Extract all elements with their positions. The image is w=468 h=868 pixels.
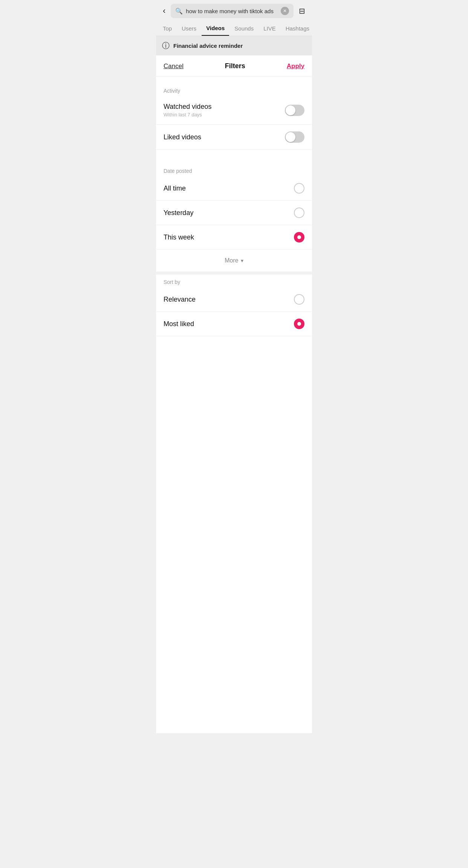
financial-advice-banner: ⓘ Financial advice reminder — [156, 36, 312, 55]
relevance-radio[interactable] — [294, 294, 304, 305]
info-icon: ⓘ — [162, 41, 170, 51]
all-time-radio[interactable] — [294, 183, 304, 194]
liked-videos-row: Liked videos — [156, 125, 312, 150]
tab-live[interactable]: LIVE — [259, 21, 280, 35]
tab-videos[interactable]: Videos — [202, 21, 229, 36]
most-liked-label: Most liked — [164, 320, 194, 328]
liked-videos-toggle[interactable] — [285, 131, 304, 143]
more-dates-row[interactable]: More ▾ — [156, 250, 312, 272]
tab-top[interactable]: Top — [158, 21, 176, 35]
tab-sounds[interactable]: Sounds — [230, 21, 258, 35]
chevron-down-icon: ▾ — [241, 258, 243, 264]
tab-hashtags[interactable]: Hashtags — [281, 21, 312, 35]
relevance-row[interactable]: Relevance — [156, 287, 312, 312]
activity-section-label: Activity — [156, 83, 312, 96]
more-label: More — [225, 257, 238, 264]
tab-users[interactable]: Users — [177, 21, 201, 35]
search-icon: 🔍 — [175, 8, 183, 15]
watched-videos-row: Watched videos Within last 7 days — [156, 96, 312, 125]
filter-title: Filters — [225, 62, 245, 70]
search-input-value[interactable]: how to make money with tiktok ads — [186, 8, 278, 14]
filter-icon-button[interactable]: ⊟ — [297, 5, 307, 17]
sort-by-section-label: Sort by — [156, 275, 312, 287]
filter-header: Cancel Filters Apply — [156, 55, 312, 76]
search-tabs: Top Users Videos Sounds LIVE Hashtags — [156, 21, 312, 36]
this-week-row[interactable]: This week — [156, 225, 312, 250]
search-bar: ‹ 🔍 how to make money with tiktok ads ✕ … — [156, 0, 312, 21]
watched-videos-label: Watched videos — [164, 103, 285, 111]
yesterday-radio[interactable] — [294, 207, 304, 218]
date-posted-section-label: Date posted — [156, 163, 312, 176]
all-time-row[interactable]: All time — [156, 176, 312, 201]
watched-videos-toggle[interactable] — [285, 105, 304, 116]
search-box: 🔍 how to make money with tiktok ads ✕ — [171, 4, 294, 18]
yesterday-label: Yesterday — [164, 209, 193, 217]
liked-videos-label: Liked videos — [164, 133, 285, 141]
all-time-label: All time — [164, 185, 186, 192]
apply-button[interactable]: Apply — [287, 63, 304, 70]
most-liked-radio[interactable] — [294, 319, 304, 329]
clear-search-button[interactable]: ✕ — [281, 7, 289, 15]
cancel-button[interactable]: Cancel — [164, 63, 184, 70]
filters-panel: Cancel Filters Apply Activity Watched vi… — [156, 55, 312, 733]
yesterday-row[interactable]: Yesterday — [156, 201, 312, 225]
watched-videos-sublabel: Within last 7 days — [164, 112, 285, 117]
relevance-label: Relevance — [164, 296, 196, 304]
back-button[interactable]: ‹ — [161, 5, 167, 17]
this-week-radio[interactable] — [294, 232, 304, 243]
this-week-label: This week — [164, 233, 194, 241]
banner-text: Financial advice reminder — [173, 43, 243, 49]
most-liked-row[interactable]: Most liked — [156, 312, 312, 336]
